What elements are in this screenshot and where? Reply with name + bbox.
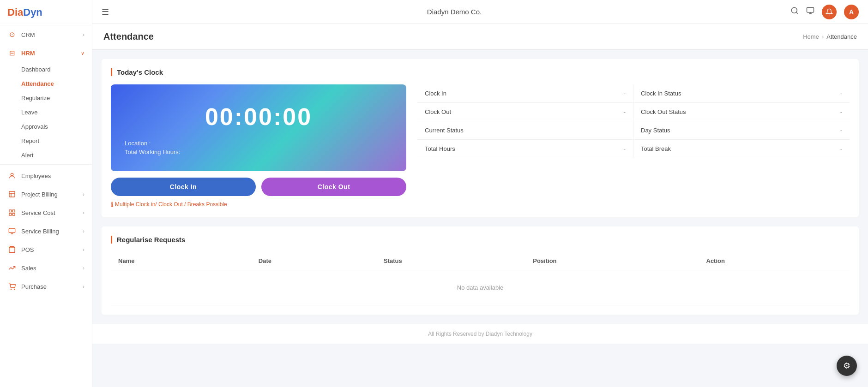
regularise-table: Name Date Status Position Action No data…: [111, 252, 850, 305]
footer-text: All Rights Reserved by Diadyn Technology: [428, 331, 532, 337]
col-position: Position: [525, 252, 699, 270]
logo-dyn: Dyn: [23, 6, 42, 18]
svg-point-8: [11, 289, 11, 289]
sidebar-item-project-billing[interactable]: Project Billing ›: [0, 185, 92, 203]
clock-in-status-label: Clock In Status: [641, 90, 681, 97]
topnav-title: Diadyn Demo Co.: [118, 8, 790, 16]
total-break-stat: Total Break -: [633, 140, 850, 158]
sidebar-label-purchase: Purchase: [21, 283, 47, 290]
settings-fab[interactable]: ⚙: [837, 356, 857, 376]
chevron-right-icon: ›: [83, 32, 84, 37]
crm-icon: ⊙: [7, 30, 17, 39]
svg-rect-2: [9, 210, 12, 212]
location-label: Location :: [125, 140, 392, 147]
avatar[interactable]: A: [844, 5, 859, 19]
topnav: ☰ Diadyn Demo Co. A: [92, 0, 868, 24]
current-status-stat: Current Status: [417, 121, 633, 140]
svg-rect-5: [12, 213, 15, 215]
clock-out-button[interactable]: Clock Out: [261, 178, 406, 196]
sidebar-label-employees: Employees: [21, 173, 51, 179]
sidebar-label-hrm: HRM: [21, 50, 35, 57]
sidebar-item-crm[interactable]: ⊙ CRM ›: [0, 25, 92, 44]
chevron-right-proj-icon: ›: [83, 191, 84, 197]
sidebar-label-service-billing: Service Billing: [21, 228, 59, 235]
sidebar-item-approvals[interactable]: Approvals: [0, 119, 92, 134]
total-break-value: -: [840, 145, 842, 152]
sidebar-label-service-cost: Service Cost: [21, 209, 55, 216]
logo-dia: Dia: [7, 6, 23, 18]
breadcrumb: Home › Attendance: [803, 33, 857, 40]
day-status-stat: Day Status -: [633, 121, 850, 140]
service-billing-icon: [7, 226, 17, 236]
sidebar-logo: DiaDyn: [0, 0, 92, 25]
col-status: Status: [376, 252, 525, 270]
regularise-section: Regularise Requests Name Date Status Pos…: [102, 226, 859, 315]
breadcrumb-home[interactable]: Home: [803, 33, 819, 40]
total-hours-label: Total Hours: [425, 145, 455, 152]
sidebar-item-report[interactable]: Report: [0, 134, 92, 148]
sidebar-item-alert[interactable]: Alert: [0, 148, 92, 162]
sidebar-item-dashboard[interactable]: Dashboard: [0, 62, 92, 77]
svg-rect-3: [12, 210, 15, 212]
no-data-cell: No data available: [111, 270, 850, 305]
monitor-icon[interactable]: [806, 6, 814, 17]
sales-icon: [7, 263, 17, 273]
project-billing-icon: [7, 190, 17, 199]
sidebar-item-regularize[interactable]: Regularize: [0, 91, 92, 105]
hamburger-icon[interactable]: ☰: [102, 7, 109, 17]
chevron-right-pos-icon: ›: [83, 247, 84, 252]
sidebar-label-sales: Sales: [21, 265, 36, 272]
page-header: Attendance Home › Attendance: [92, 24, 868, 50]
sidebar-label-dashboard: Dashboard: [21, 66, 51, 73]
breadcrumb-separator: ›: [822, 33, 824, 40]
todays-clock-title: Today's Clock: [111, 68, 850, 76]
footer: All Rights Reserved by Diadyn Technology: [92, 324, 868, 344]
sidebar-label-alert: Alert: [21, 152, 34, 159]
clock-in-value: -: [624, 90, 626, 97]
search-icon[interactable]: [790, 6, 799, 17]
sidebar-item-employees[interactable]: Employees: [0, 167, 92, 185]
purchase-icon: [7, 282, 17, 291]
logo: DiaDyn: [7, 6, 42, 18]
settings-icon: ⚙: [843, 361, 850, 371]
svg-point-10: [791, 7, 797, 13]
clock-out-status-label: Clock Out Status: [641, 108, 686, 115]
sidebar-label-attendance: Attendance: [21, 80, 54, 87]
sidebar-item-purchase[interactable]: Purchase ›: [0, 277, 92, 296]
sidebar-item-pos[interactable]: POS ›: [0, 240, 92, 259]
table-header: Name Date Status Position Action: [111, 252, 850, 270]
sidebar-item-attendance[interactable]: Attendance: [0, 77, 92, 91]
clock-in-status-value: -: [840, 90, 842, 97]
clock-in-button[interactable]: Clock In: [111, 178, 256, 196]
chevron-right-sb-icon: ›: [83, 228, 84, 234]
col-date: Date: [251, 252, 376, 270]
chevron-right-sales-icon: ›: [83, 265, 84, 271]
day-status-label: Day Status: [641, 127, 670, 134]
sidebar-item-service-cost[interactable]: Service Cost ›: [0, 203, 92, 222]
svg-point-0: [11, 173, 13, 176]
clock-buttons: Clock In Clock Out: [111, 178, 406, 196]
clock-in-stat: Clock In -: [417, 84, 633, 103]
total-hours-value: -: [624, 145, 626, 152]
sidebar-label-project-billing: Project Billing: [21, 191, 58, 198]
clock-note: ℹ Multiple Clock in/ Clock Out / Breaks …: [111, 201, 406, 208]
col-name: Name: [111, 252, 251, 270]
hrm-icon: ⊟: [7, 48, 17, 58]
clock-gradient: 00:00:00 Location : Total Working Hours:: [111, 84, 406, 171]
sidebar-item-leave[interactable]: Leave: [0, 105, 92, 119]
svg-rect-4: [9, 213, 12, 215]
main-content: Attendance Home › Attendance Today's Clo…: [92, 24, 868, 387]
clock-out-stat: Clock Out -: [417, 103, 633, 121]
sidebar-item-service-billing[interactable]: Service Billing ›: [0, 222, 92, 240]
page-title: Attendance: [103, 31, 154, 42]
notification-icon[interactable]: [822, 5, 837, 19]
col-action: Action: [699, 252, 850, 270]
chevron-down-icon: ∨: [81, 50, 84, 56]
sidebar-item-sales[interactable]: Sales ›: [0, 259, 92, 277]
sidebar-item-hrm[interactable]: ⊟ HRM ∨: [0, 44, 92, 62]
clock-time: 00:00:00: [125, 103, 392, 131]
working-hours-label: Total Working Hours:: [125, 149, 392, 155]
service-cost-icon: [7, 208, 17, 217]
regularise-title: Regularise Requests: [111, 236, 850, 244]
total-hours-stat: Total Hours -: [417, 140, 633, 158]
